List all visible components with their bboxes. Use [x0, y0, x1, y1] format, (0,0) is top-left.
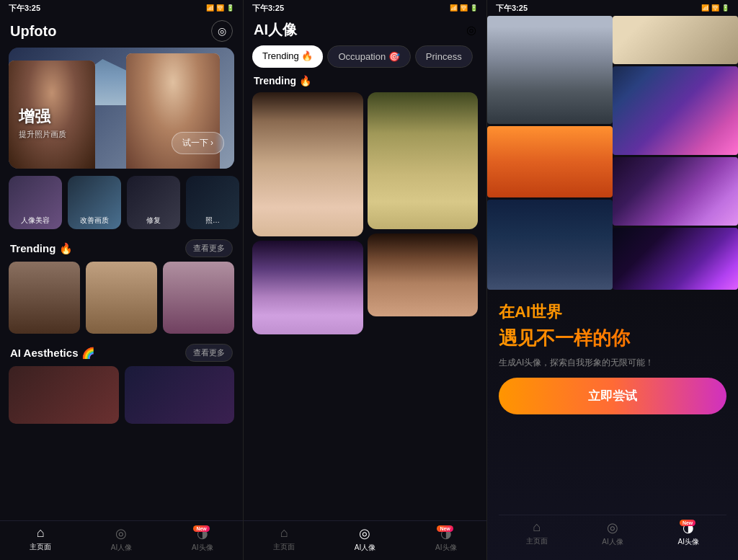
avatar-badge-3: New — [680, 520, 695, 526]
home-icon-1: ⌂ — [37, 525, 45, 541]
signal-icon-1: 📶 — [206, 4, 214, 12]
photo-woman-professional[interactable] — [252, 92, 363, 236]
tab-princess[interactable]: Princess — [415, 45, 473, 68]
status-icons-2: 📶 🛜 🔋 — [450, 4, 478, 12]
trending-label: Trending 🔥 — [244, 75, 486, 92]
nav-home-3[interactable]: ⌂ 主页面 — [499, 520, 574, 547]
aesthetics-item-1[interactable] — [9, 366, 119, 424]
marketing-line1-text: 在AI世界 — [499, 303, 562, 321]
battery-icon-3: 🔋 — [721, 4, 729, 12]
trending-see-more[interactable]: 查看更多 — [185, 239, 233, 257]
trending-item-2[interactable] — [86, 262, 157, 334]
cta-button[interactable]: 立即尝试 — [499, 378, 726, 414]
p3-image-collage — [487, 16, 738, 290]
phone-panel-1: 下午3:25 📶 🛜 🔋 Upfoto ◎ 增强 提升照片画质 试一下 › 人像… — [0, 0, 244, 560]
cat-label-4: 照… — [186, 215, 239, 226]
p3-young-man[interactable] — [487, 16, 613, 124]
aesthetics-item-2[interactable] — [125, 366, 235, 424]
tab-occupation[interactable]: Occupation 🎯 — [327, 45, 410, 68]
bottom-nav-1: ⌂ 主页面 ◎ AI人像 New ◑ AI头像 — [0, 520, 243, 560]
trending-section-header: Trending 🔥 查看更多 — [0, 234, 243, 262]
p3-room[interactable] — [613, 16, 738, 64]
photo-col-right — [368, 92, 479, 520]
p3-col-right — [613, 16, 738, 290]
photo-grid — [244, 92, 486, 520]
battery-icon-2: 🔋 — [470, 4, 478, 12]
status-time-2: 下午3:25 — [252, 3, 284, 14]
marketing-title-line2: 遇见不一样的你 — [499, 326, 726, 351]
aesthetics-row — [0, 366, 243, 424]
hero-subtitle: 提升照片画质 — [19, 129, 66, 140]
camera-icon-btn[interactable]: ◎ — [211, 20, 233, 42]
status-icons-3: 📶 🛜 🔋 — [701, 4, 729, 12]
bottom-nav-2: ⌂ 主页面 ◎ AI人像 New ◑ AI头像 — [244, 520, 486, 560]
marketing-line2-text: 遇见不一样的你 — [499, 327, 630, 349]
photo-man-casual[interactable] — [368, 92, 479, 229]
p3-cartoon-girl[interactable] — [613, 66, 738, 156]
avatar-badge-2: New — [437, 525, 453, 532]
app-header-2: AI人像 ◎ — [244, 16, 486, 45]
p3-girl-dark-neon[interactable] — [613, 228, 738, 290]
app-logo: Upfoto — [10, 23, 56, 40]
cat-label-1: 人像美容 — [9, 215, 62, 226]
category-enhance[interactable]: 改善画质 — [68, 176, 121, 229]
photo-woman-horse[interactable] — [368, 234, 479, 316]
photo-col-left — [252, 92, 363, 520]
nav-avatar-1[interactable]: New ◑ AI头像 — [162, 525, 243, 553]
app-title-2: AI人像 — [254, 20, 297, 40]
phone-panel-3: 下午3:25 📶 🛜 🔋 — [487, 0, 738, 560]
nav-portrait-1[interactable]: ◎ AI人像 — [81, 525, 161, 553]
nav-label-portrait-3: AI人像 — [602, 537, 623, 547]
signal-icon-2: 📶 — [450, 4, 458, 12]
status-bar-3: 下午3:25 📶 🛜 🔋 — [487, 0, 738, 16]
hero-try-button[interactable]: 试一下 › — [172, 132, 224, 154]
marketing-subtitle: 生成AI头像，探索自我形象的无限可能！ — [499, 357, 726, 369]
trending-row — [0, 262, 243, 339]
photo-woman-dark[interactable] — [252, 241, 363, 334]
marketing-section: 在AI世界 遇见不一样的你 生成AI头像，探索自我形象的无限可能！ 立即尝试 ⌂… — [487, 290, 738, 560]
nav-label-home-3: 主页面 — [526, 536, 548, 546]
nav-home-1[interactable]: ⌂ 主页面 — [0, 525, 81, 553]
category-restore[interactable]: 修复 — [127, 176, 180, 229]
ai-aesthetics-title: AI Aesthetics 🌈 — [10, 347, 95, 360]
nav-avatar-3[interactable]: New ◑ AI头像 — [651, 520, 726, 547]
camera-icon-btn-2[interactable]: ◎ — [466, 23, 476, 37]
nav-avatar-2[interactable]: New ◑ AI头像 — [406, 525, 486, 553]
tab-pills: Trending 🔥 Occupation 🎯 Princess — [244, 45, 486, 75]
app-header-1: Upfoto ◎ — [0, 16, 243, 48]
nav-label-portrait-1: AI人像 — [111, 543, 132, 553]
home-icon-3: ⌂ — [533, 520, 541, 535]
trending-item-3[interactable] — [163, 262, 234, 334]
avatar-badge-1: New — [193, 525, 209, 532]
wifi-icon-2: 🛜 — [460, 4, 468, 12]
portrait-icon-2: ◎ — [359, 525, 370, 541]
ai-aesthetics-see-more[interactable]: 查看更多 — [185, 344, 233, 362]
category-row: 人像美容 改善画质 修复 照… — [0, 169, 243, 234]
status-bar-2: 下午3:25 📶 🛜 🔋 — [244, 0, 486, 16]
portrait-icon-3: ◎ — [607, 520, 618, 535]
p3-dark-woman[interactable] — [613, 157, 738, 226]
camera-icon: ◎ — [218, 25, 226, 37]
hero-banner: 增强 提升照片画质 试一下 › — [9, 48, 234, 169]
status-icons-1: 📶 🛜 🔋 — [206, 4, 234, 12]
category-photo[interactable]: 照… — [186, 176, 239, 229]
nav-home-2[interactable]: ⌂ 主页面 — [244, 525, 324, 553]
status-time-3: 下午3:25 — [496, 3, 528, 14]
nav-portrait-2[interactable]: ◎ AI人像 — [324, 525, 405, 553]
p3-woman-sunset[interactable] — [487, 126, 613, 198]
tab-trending[interactable]: Trending 🔥 — [252, 45, 323, 68]
ai-aesthetics-header: AI Aesthetics 🌈 查看更多 — [0, 339, 243, 366]
wifi-icon-1: 🛜 — [216, 4, 224, 12]
p3-woman-city[interactable] — [487, 200, 613, 290]
bottom-nav-3: ⌂ 主页面 ◎ AI人像 New ◑ AI头像 — [499, 515, 726, 554]
p3-col-left — [487, 16, 613, 290]
cat-label-3: 修复 — [127, 215, 180, 226]
trending-item-1[interactable] — [9, 262, 80, 334]
nav-portrait-3[interactable]: ◎ AI人像 — [574, 520, 650, 547]
marketing-title-line1: 在AI世界 — [499, 301, 726, 323]
nav-label-home-1: 主页面 — [30, 542, 51, 552]
status-bar-1: 下午3:25 📶 🛜 🔋 — [0, 0, 243, 16]
home-icon-2: ⌂ — [280, 525, 288, 541]
category-beauty[interactable]: 人像美容 — [9, 176, 62, 229]
signal-icon-3: 📶 — [701, 4, 709, 12]
